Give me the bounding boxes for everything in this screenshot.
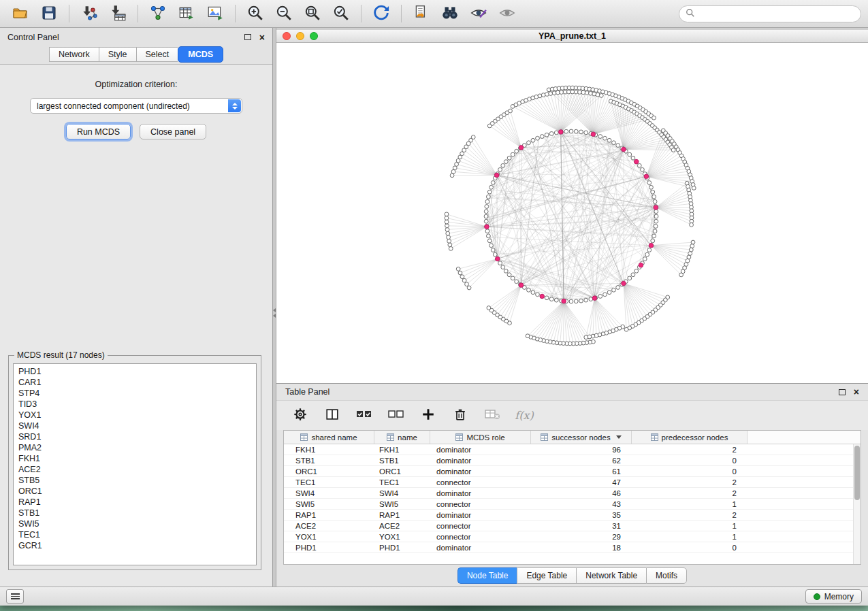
add-column-button[interactable] xyxy=(418,406,438,426)
table-row[interactable]: ACE2 ACE2 connector 31 1 xyxy=(284,521,861,531)
table-panel-tab[interactable]: Node Table xyxy=(457,567,517,584)
mcds-result-item[interactable]: FKH1 xyxy=(18,453,251,464)
memory-button[interactable]: Memory xyxy=(805,589,862,604)
mcds-result-item[interactable]: RAP1 xyxy=(18,497,251,508)
table-panel-tab[interactable]: Network Table xyxy=(576,567,646,584)
cell-mcds-role: connector xyxy=(430,500,531,508)
mcds-tab-content: Optimization criterion: largest connecte… xyxy=(0,64,272,587)
save-session-button[interactable] xyxy=(35,3,63,25)
select-all-button[interactable] xyxy=(354,406,374,426)
mcds-result-item[interactable]: ORC1 xyxy=(18,486,251,497)
table-scrollbar[interactable] xyxy=(853,444,861,564)
mcds-result-item[interactable]: CAR1 xyxy=(18,377,251,388)
table-row[interactable]: FKH1 FKH1 dominator 96 2 xyxy=(284,444,861,455)
show-hide-button[interactable] xyxy=(494,3,521,25)
control-panel-tab[interactable]: Select xyxy=(136,47,178,62)
mcds-result-item[interactable]: TEC1 xyxy=(18,529,251,540)
refresh-view-button[interactable] xyxy=(368,3,395,25)
mcds-result-item[interactable]: STB5 xyxy=(18,475,251,486)
delete-table-button[interactable] xyxy=(482,406,502,426)
control-panel-tab[interactable]: MCDS xyxy=(178,46,223,63)
show-panels-button[interactable] xyxy=(6,589,24,604)
mcds-result-item[interactable]: SWI5 xyxy=(18,518,251,529)
table-settings-button[interactable] xyxy=(290,406,310,426)
mcds-result-item[interactable]: STB1 xyxy=(18,508,251,518)
import-table-button[interactable] xyxy=(104,3,131,25)
table-row[interactable]: ORC1 ORC1 dominator 61 0 xyxy=(284,466,861,477)
close-table-panel-icon[interactable]: × xyxy=(854,389,859,395)
mcds-result-item[interactable]: SWI4 xyxy=(18,420,251,431)
network-graph[interactable] xyxy=(276,43,868,382)
mcds-result-item[interactable]: SRD1 xyxy=(18,431,251,442)
network-canvas[interactable] xyxy=(276,43,868,383)
function-builder-button[interactable]: f(x) xyxy=(514,406,534,426)
mcds-result-item[interactable]: YOX1 xyxy=(18,410,251,420)
table-panel-tab[interactable]: Motifs xyxy=(646,567,687,584)
control-panel-tab[interactable]: Network xyxy=(49,47,99,62)
table-scrollbar-thumb[interactable] xyxy=(854,446,860,500)
criterion-dropdown[interactable]: largest connected component (undirected) xyxy=(30,98,242,114)
main-toolbar xyxy=(0,0,868,28)
style-preview-button[interactable] xyxy=(465,3,492,25)
mcds-result-item[interactable]: TID3 xyxy=(18,399,251,410)
table-row[interactable]: SWI4 SWI4 dominator 46 2 xyxy=(284,488,861,499)
control-panel-tab[interactable]: Style xyxy=(99,47,136,62)
table-row[interactable]: PHD1 PHD1 dominator 18 0 xyxy=(284,542,861,553)
zoom-fit-button[interactable] xyxy=(299,3,326,25)
cell-successor-nodes: 62 xyxy=(531,457,632,465)
float-panel-icon[interactable] xyxy=(244,34,251,40)
column-header-mcds-role[interactable]: MCDS role xyxy=(430,431,531,444)
open-session-button[interactable] xyxy=(7,3,34,25)
splitter-grip-icon[interactable] xyxy=(273,308,276,319)
close-window-icon[interactable] xyxy=(283,32,291,40)
search-network-button[interactable] xyxy=(436,3,464,25)
open-folder-icon xyxy=(12,5,29,23)
zoom-selected-icon xyxy=(332,4,350,24)
column-header-name[interactable]: name xyxy=(374,431,430,444)
new-network-button[interactable] xyxy=(144,3,172,25)
show-column-panel-button[interactable] xyxy=(322,406,342,426)
cell-shared-name: RAP1 xyxy=(284,511,374,519)
mcds-result-item[interactable]: PHD1 xyxy=(18,366,251,377)
table-row[interactable]: YOX1 YOX1 connector 29 1 xyxy=(284,531,861,542)
maximize-window-icon[interactable] xyxy=(310,32,318,40)
delete-column-button[interactable] xyxy=(450,406,470,426)
column-header-shared-name[interactable]: shared name xyxy=(284,431,374,444)
table-row[interactable]: SWI5 SWI5 connector 43 1 xyxy=(284,499,861,510)
deselect-all-button[interactable] xyxy=(386,406,406,426)
zoom-selected-button[interactable] xyxy=(327,3,355,25)
export-table-button[interactable] xyxy=(173,3,200,25)
column-header-predecessor-nodes[interactable]: predecessor nodes xyxy=(632,431,748,444)
mcds-result-list[interactable]: PHD1CAR1STP4TID3YOX1SWI4SRD1PMA2FKH1ACE2… xyxy=(13,363,257,565)
cell-predecessor-nodes: 0 xyxy=(632,467,748,476)
table-row[interactable]: TEC1 TEC1 connector 47 2 xyxy=(284,477,861,488)
toolbar-separator xyxy=(235,5,236,22)
mcds-result-item[interactable]: PMA2 xyxy=(18,442,251,453)
table-panel-header: Table Panel × xyxy=(276,384,868,400)
import-network-button[interactable] xyxy=(76,3,103,25)
run-mcds-button[interactable]: Run MCDS xyxy=(66,124,131,139)
cell-successor-nodes: 96 xyxy=(531,446,632,454)
mcds-result-item[interactable]: ACE2 xyxy=(18,464,251,475)
zoom-out-button[interactable] xyxy=(270,3,298,25)
minimize-window-icon[interactable] xyxy=(296,32,304,40)
cell-name: YOX1 xyxy=(374,533,430,541)
sort-descending-icon xyxy=(616,435,622,439)
zoom-in-button[interactable] xyxy=(242,3,269,25)
table-row[interactable]: RAP1 RAP1 dominator 35 2 xyxy=(284,510,861,521)
cell-mcds-role: dominator xyxy=(430,467,531,476)
mcds-result-item[interactable]: GCR1 xyxy=(18,540,251,551)
close-panel-icon[interactable]: × xyxy=(259,34,265,41)
mcds-result-item[interactable]: STP4 xyxy=(18,388,251,399)
close-panel-button[interactable]: Close panel xyxy=(140,124,206,139)
toolbar-separator xyxy=(401,5,402,22)
float-table-panel-icon[interactable] xyxy=(839,389,846,395)
search-input[interactable] xyxy=(699,9,854,18)
export-document-button[interactable] xyxy=(408,3,435,25)
column-header-successor-nodes[interactable]: successor nodes xyxy=(531,431,632,444)
export-image-button[interactable] xyxy=(202,3,229,25)
column-menu-icon xyxy=(387,433,394,441)
table-row[interactable]: STB1 STB1 dominator 62 0 xyxy=(284,455,861,466)
global-search-field[interactable] xyxy=(679,5,861,22)
table-panel-tab[interactable]: Edge Table xyxy=(517,567,576,584)
